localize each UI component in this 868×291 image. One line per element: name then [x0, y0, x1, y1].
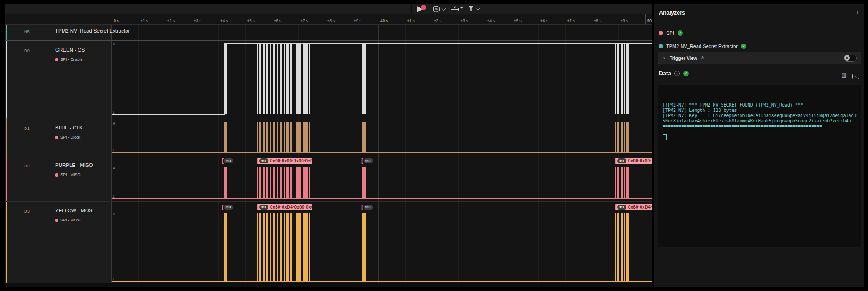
- ruler-label: +3 s: [461, 18, 468, 23]
- waveform-pulse-group: [615, 213, 625, 281]
- annotation-bracket: [: [222, 158, 224, 164]
- byte-annotation-box[interactable]: 99+0x00·0x00·0x00·0x01: [615, 158, 652, 164]
- waveform-pulse-group: [296, 213, 301, 281]
- channel-id: D0: [24, 48, 30, 53]
- waveform-pulse-group: [224, 167, 227, 199]
- trigger-view-close-toggle[interactable]: ✕: [844, 55, 857, 62]
- frame-count-badge[interactable]: [99+: [361, 158, 373, 164]
- channel-plot[interactable]: [112, 25, 652, 40]
- level-high-label: H: [113, 212, 115, 215]
- waveform-pulse-group: [309, 122, 310, 152]
- data-terminal[interactable]: ========================================…: [658, 85, 861, 247]
- ruler-label: +7 s: [567, 18, 575, 23]
- ruler-label: +3 s: [194, 18, 201, 23]
- channel-name: BLUE - CLK: [55, 125, 83, 130]
- channel-plot[interactable]: HL: [112, 118, 652, 155]
- channel-rows: H5.TPM2 NV_Read Secret ExtractorD0GREEN …: [5, 24, 652, 283]
- signal-baseline: [112, 281, 652, 282]
- channel-plot[interactable]: HL[99+99+0x80·0xD4·0x00·0x00[99+99+0x80·…: [112, 202, 652, 283]
- channel-row-D0: D0GREEN - CSSPI - EnableHL: [5, 40, 652, 118]
- time-ruler[interactable]: 0 s+1 s+2 s+3 s+4 s+5 s+6 s+7 s+8 s+9 s4…: [5, 14, 652, 24]
- frame-count-pill: 99+: [224, 205, 233, 210]
- ruler-label: +8 s: [594, 18, 601, 23]
- waveform-pulse-group: [224, 43, 227, 114]
- byte-annotation-box[interactable]: 99+0x80·0xD4·0x00·0x00: [257, 204, 312, 210]
- waveform-pulse-group: [615, 122, 625, 152]
- channel-row-D3: D3YELLOW - MOSISPI - MOSIHL[99+99+0x80·0…: [5, 201, 652, 283]
- frame-count-badge[interactable]: [99+: [222, 204, 233, 210]
- channel-sidebar[interactable]: D2PURPLE - MISOSPI - MISO: [5, 155, 112, 201]
- waveform-pulse-group: [626, 213, 629, 281]
- channel-plot[interactable]: HL: [112, 41, 652, 118]
- waveform-pulse-group: [296, 122, 301, 152]
- ruler-label: +5 s: [514, 18, 522, 23]
- ruler-label: +6 s: [274, 18, 281, 23]
- frame-count-pill: 99+: [617, 158, 626, 163]
- waveform-pulse-group: [309, 213, 310, 281]
- ruler-label: +6 s: [540, 18, 548, 23]
- trigger-view-label: Trigger View: [670, 55, 697, 61]
- warning-icon: ⚠: [700, 55, 704, 60]
- ruler-tick: [379, 14, 379, 24]
- waveform-pulse-group: [257, 213, 293, 281]
- waveform-pulse-group: [303, 122, 308, 152]
- measurements-button[interactable]: 3 +: [451, 5, 463, 11]
- grid-icon: ▦: [842, 72, 847, 78]
- terminal-line: ========================================…: [663, 97, 857, 103]
- frame-count-badge[interactable]: [99+: [222, 158, 233, 164]
- ruler-label: +4 s: [220, 18, 228, 23]
- trigger-view-row[interactable]: › Trigger View ⚠ ✕: [658, 52, 861, 64]
- ruler-label: +9 s: [621, 18, 628, 23]
- data-grid-view-button[interactable]: ▦: [842, 71, 847, 79]
- byte-annotation-box[interactable]: 99+0x80·0xD4·0x00·0x00: [615, 204, 652, 210]
- ruler-label: +1 s: [141, 18, 148, 23]
- level-high-label: H: [113, 42, 115, 45]
- bottom-strip: [5, 283, 652, 287]
- level-low-label: L: [113, 278, 115, 281]
- waveform-pulse-group: [303, 213, 308, 281]
- waveform-pulse-group: [626, 167, 629, 199]
- annotation-bracket: [: [361, 204, 363, 210]
- byte-annotation-box[interactable]: 99+0x00·0x00·0x00·0x01: [257, 158, 312, 164]
- data-header: Data ? ✓: [659, 70, 689, 77]
- chevron-right-icon[interactable]: ›: [663, 55, 665, 61]
- ruler-label: 40 s: [380, 18, 388, 23]
- data-title: Data: [659, 70, 671, 77]
- ruler-label: +2 s: [434, 18, 441, 23]
- waveform-pulse-group: [626, 43, 629, 114]
- chevron-down-icon: [442, 6, 446, 11]
- filter-button[interactable]: [468, 6, 480, 11]
- analyzer-item-tpm2[interactable]: TPM2 NV_Read Secret Extractor ✓: [659, 44, 746, 49]
- help-icon[interactable]: ?: [674, 71, 680, 76]
- data-terminal-view-button[interactable]: >_: [852, 71, 859, 79]
- channel-analyzer-tag: SPI - Enable: [55, 57, 83, 62]
- channel-name: GREEN - CS: [55, 47, 85, 52]
- channel-accent-bar: [6, 202, 7, 283]
- channel-sidebar[interactable]: D0GREEN - CSSPI - Enable: [5, 41, 112, 118]
- channel-id: D2: [24, 164, 30, 168]
- frame-count-badge[interactable]: [99+: [361, 204, 373, 210]
- signal-baseline: [112, 152, 652, 153]
- terminal-line: [TPM2-NV] Key : Hi7geepueYoh3beleil4aiXe…: [663, 113, 857, 118]
- cs-low-baseline: [112, 114, 225, 115]
- waveform-pulse-group: [257, 122, 293, 152]
- analyzer-item-spi[interactable]: SPI ✓: [659, 30, 683, 36]
- channel-sidebar[interactable]: D3YELLOW - MOSISPI - MOSI: [5, 202, 112, 283]
- waveform-pulse-group: [362, 213, 366, 281]
- terminal-icon: >_: [852, 74, 859, 79]
- level-high-label: H: [113, 167, 115, 170]
- channel-sidebar[interactable]: H5.TPM2 NV_Read Secret Extractor: [5, 25, 112, 40]
- byte-values-label: 0x80·0xD4·0x00·0x00: [628, 205, 652, 210]
- spi-color-square: [55, 173, 58, 177]
- level-high-label: H: [113, 122, 115, 125]
- channel-plot[interactable]: HL[99+99+0x00·0x00·0x00·0x01[99+99+0x00·…: [112, 155, 652, 201]
- annotation-bracket: [: [222, 204, 224, 210]
- channel-analyzer-tag: SPI - MISO: [55, 173, 81, 177]
- channel-accent-bar: [6, 155, 7, 201]
- timer-settings-button[interactable]: 10: [433, 6, 445, 12]
- ruler-label: 0 s: [114, 18, 119, 23]
- add-analyzer-button[interactable]: +: [856, 9, 859, 15]
- channel-sidebar[interactable]: D1BLUE - CLKSPI - Clock: [5, 118, 112, 155]
- waveform-pulse-group: [257, 167, 293, 199]
- ruler-tick: [645, 14, 646, 24]
